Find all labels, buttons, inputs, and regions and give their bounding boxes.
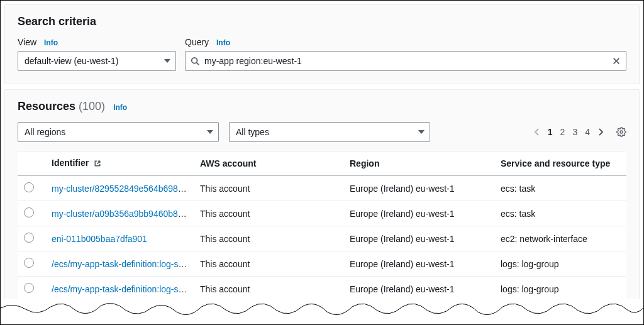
resources-count: (100)	[79, 100, 105, 113]
row-service-type-cell: ec2: network-interface	[494, 226, 626, 251]
page-number-4[interactable]: 4	[585, 127, 590, 137]
row-account-cell: This account	[194, 176, 343, 201]
column-header-identifier[interactable]: Identifier	[45, 151, 194, 176]
filters-row: All regions All types 1 2 3 4	[18, 122, 626, 142]
page-number-2[interactable]: 2	[560, 127, 565, 137]
row-identifier-cell: eni-011b005baa7dfa901	[45, 226, 194, 251]
row-account-cell: This account	[194, 251, 343, 277]
row-service-type-cell: logs: log-group	[494, 277, 626, 302]
caret-down-icon	[418, 130, 425, 134]
row-identifier-cell: my-cluster/a09b356a9bb9460b88239d...	[45, 201, 194, 226]
row-account-cell: This account	[194, 226, 343, 251]
row-region-cell: Europe (Ireland) eu-west-1	[343, 176, 494, 201]
row-radio[interactable]	[24, 233, 34, 243]
svg-point-4	[620, 131, 623, 133]
row-service-type-cell: logs: log-group	[494, 302, 626, 326]
row-service-type-cell: ecs: task	[494, 176, 626, 201]
caret-down-icon	[207, 130, 213, 134]
row-account-cell: This account	[194, 201, 343, 226]
resource-identifier-link[interactable]: /ecs/my-app-task-definition:log-stream..…	[52, 259, 194, 269]
row-region-cell: Europe (Ireland) eu-west-1	[343, 226, 494, 251]
row-select-cell	[18, 302, 45, 326]
page-prev-button[interactable]	[534, 128, 540, 136]
region-filter-select[interactable]: All regions	[18, 122, 219, 142]
region-filter-value: All regions	[25, 127, 65, 137]
search-criteria-title: Search criteria	[18, 15, 626, 28]
column-header-select	[18, 151, 45, 176]
table-row[interactable]: /ecs/my-app-task-definition:log-stream..…	[18, 251, 626, 277]
resource-identifier-link[interactable]: /ecs/my-app-task-definition:log-stream..…	[52, 309, 194, 319]
row-region-cell: Europe (Ireland) eu-west-1	[343, 201, 494, 226]
resources-title-row: Resources (100) Info	[18, 100, 626, 113]
row-account-cell: This account	[194, 277, 343, 302]
column-header-aws-account[interactable]: AWS account	[194, 151, 343, 176]
type-filter-value: All types	[236, 127, 269, 137]
row-select-cell	[18, 251, 45, 277]
resource-identifier-link[interactable]: /ecs/my-app-task-definition:log-stream..…	[52, 284, 194, 294]
row-identifier-cell: /ecs/my-app-task-definition:log-stream..…	[45, 302, 194, 326]
clear-icon[interactable]	[612, 57, 621, 65]
view-select[interactable]: default-view (eu-west-1)	[18, 51, 176, 71]
table-row[interactable]: /ecs/my-app-task-definition:log-stream..…	[18, 277, 626, 302]
column-header-region[interactable]: Region	[343, 151, 494, 176]
view-field: View Info default-view (eu-west-1)	[18, 37, 176, 71]
table-row[interactable]: /ecs/my-app-task-definition:log-stream..…	[18, 302, 626, 326]
row-radio[interactable]	[24, 207, 34, 218]
row-select-cell	[18, 176, 45, 201]
resource-identifier-link[interactable]: eni-011b005baa7dfa901	[52, 234, 147, 244]
query-info-link[interactable]: Info	[216, 38, 230, 47]
row-radio[interactable]	[24, 182, 34, 192]
table-row[interactable]: my-cluster/a09b356a9bb9460b88239d...This…	[18, 201, 626, 226]
svg-line-1	[197, 63, 199, 65]
query-field-label: Query Info	[185, 37, 626, 47]
row-select-cell	[18, 226, 45, 251]
row-region-cell: Europe (Ireland) eu-west-1	[343, 251, 494, 277]
query-input-wrap	[185, 51, 626, 71]
row-identifier-cell: my-cluster/829552849e564b6986ef6b...	[45, 176, 194, 201]
type-filter-select[interactable]: All types	[229, 122, 430, 142]
svg-point-0	[192, 58, 197, 63]
view-select-value: default-view (eu-west-1)	[25, 56, 118, 66]
row-region-cell: Europe (Ireland) eu-west-1	[343, 302, 494, 326]
page-number-1[interactable]: 1	[548, 127, 553, 137]
resource-identifier-link[interactable]: my-cluster/829552849e564b6986ef6b...	[52, 184, 194, 194]
table-row[interactable]: my-cluster/829552849e564b6986ef6b...This…	[18, 176, 626, 201]
page-next-button[interactable]	[597, 128, 604, 136]
external-link-icon	[94, 159, 101, 169]
row-service-type-cell: logs: log-group	[494, 251, 626, 277]
table-row[interactable]: eni-011b005baa7dfa901This accountEurope …	[18, 226, 626, 251]
table-header-row: Identifier AWS account Region Service an…	[18, 151, 626, 176]
page-number-3[interactable]: 3	[572, 127, 577, 137]
resources-panel: Resources (100) Info All regions All typ…	[4, 89, 640, 325]
resources-title: Resources	[18, 100, 75, 113]
resources-table: Identifier AWS account Region Service an…	[18, 151, 626, 325]
view-info-link[interactable]: Info	[44, 38, 58, 47]
view-field-label: View Info	[18, 37, 176, 47]
query-input[interactable]	[203, 55, 608, 67]
row-select-cell	[18, 201, 45, 226]
row-select-cell	[18, 277, 45, 302]
column-header-service-type[interactable]: Service and resource type	[494, 151, 626, 176]
row-radio[interactable]	[24, 308, 34, 318]
settings-gear-icon[interactable]	[616, 127, 626, 137]
row-identifier-cell: /ecs/my-app-task-definition:log-stream..…	[45, 251, 194, 277]
row-radio[interactable]	[24, 258, 34, 268]
query-field: Query Info	[185, 37, 626, 71]
column-header-identifier-text: Identifier	[52, 158, 89, 168]
row-account-cell: This account	[194, 302, 343, 326]
caret-down-icon	[164, 59, 170, 63]
pagination: 1 2 3 4	[534, 127, 626, 137]
row-region-cell: Europe (Ireland) eu-west-1	[343, 277, 494, 302]
view-label-text: View	[18, 37, 36, 47]
resource-identifier-link[interactable]: my-cluster/a09b356a9bb9460b88239d...	[52, 209, 194, 219]
search-icon	[191, 57, 199, 65]
row-identifier-cell: /ecs/my-app-task-definition:log-stream..…	[45, 277, 194, 302]
row-radio[interactable]	[24, 283, 34, 293]
query-label-text: Query	[185, 37, 209, 47]
row-service-type-cell: ecs: task	[494, 201, 626, 226]
search-criteria-panel: Search criteria View Info default-view (…	[4, 4, 640, 84]
resources-info-link[interactable]: Info	[113, 103, 127, 112]
